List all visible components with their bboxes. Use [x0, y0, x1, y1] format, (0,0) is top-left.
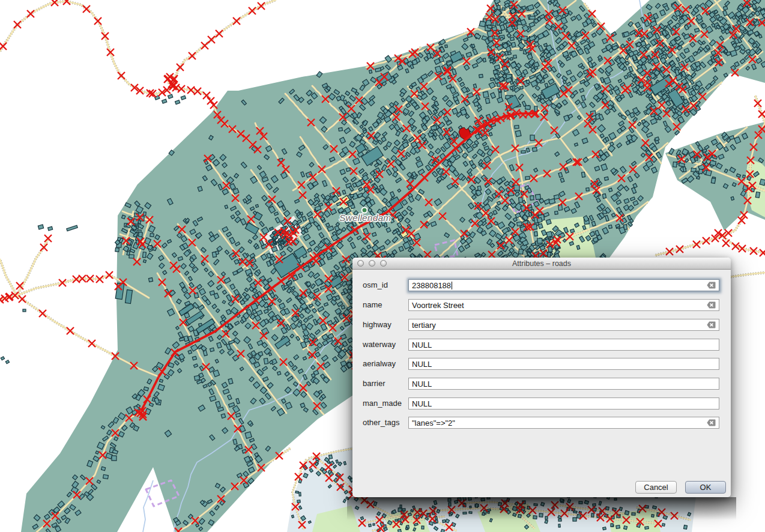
svg-text:Swellendam: Swellendam — [339, 213, 391, 223]
